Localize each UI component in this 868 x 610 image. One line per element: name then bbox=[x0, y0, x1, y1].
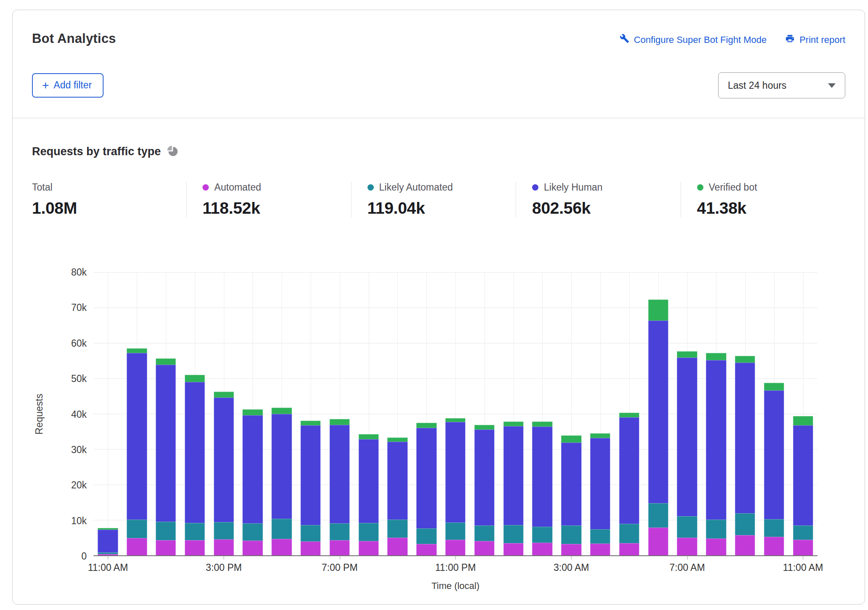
automated-segment bbox=[98, 554, 118, 555]
x-tick-label: 7:00 AM bbox=[669, 562, 705, 573]
verified-bot-segment bbox=[127, 348, 146, 353]
likely-human-segment bbox=[214, 398, 234, 522]
stacked-bar bbox=[127, 348, 146, 555]
stat-value: 41.38k bbox=[697, 199, 833, 217]
x-tick-label: 11:00 PM bbox=[435, 562, 476, 573]
x-axis-title: Time (local) bbox=[93, 581, 817, 591]
bar-slot bbox=[673, 272, 702, 555]
stacked-bar bbox=[648, 300, 668, 555]
bar-slot bbox=[412, 272, 441, 555]
x-axis-labels: 11:00 AM3:00 PM7:00 PM11:00 PM3:00 AM7:0… bbox=[93, 562, 817, 577]
bar-slot bbox=[586, 272, 615, 555]
automated-segment bbox=[648, 528, 668, 555]
automated-segment bbox=[214, 539, 234, 555]
stacked-bar bbox=[706, 353, 726, 555]
stacked-bar bbox=[416, 423, 436, 555]
likely-automated-segment bbox=[677, 516, 697, 538]
bar-slot bbox=[267, 272, 296, 555]
likely-automated-segment bbox=[445, 522, 465, 539]
likely-human-segment bbox=[98, 530, 118, 552]
likely-automated-segment bbox=[330, 523, 349, 540]
likely-automated-segment bbox=[474, 525, 494, 541]
likely-automated-segment bbox=[301, 525, 320, 542]
bar-slot bbox=[731, 272, 760, 555]
stacked-bar bbox=[243, 409, 263, 555]
stacked-bar bbox=[214, 392, 234, 555]
stat-label: Automated bbox=[214, 182, 261, 193]
stacked-bar bbox=[272, 408, 291, 555]
bar-slot bbox=[122, 272, 152, 555]
likely-human-segment bbox=[648, 321, 668, 503]
time-range-value: Last 24 hours bbox=[728, 80, 786, 91]
x-tick-label: 3:00 PM bbox=[206, 562, 242, 573]
card-header: Bot Analytics Configure Super Bot Fight … bbox=[13, 10, 865, 118]
stacked-bar bbox=[359, 434, 378, 555]
time-range-select[interactable]: Last 24 hours bbox=[718, 72, 845, 98]
automated-segment bbox=[272, 539, 291, 555]
stacked-bar bbox=[793, 416, 813, 555]
bar-slot bbox=[209, 272, 238, 555]
bar-slot bbox=[528, 272, 557, 555]
likely-automated-segment bbox=[388, 520, 407, 537]
likely-human-segment bbox=[533, 427, 552, 527]
likely-automated-segment bbox=[561, 525, 581, 544]
verified-bot-segment bbox=[590, 433, 610, 438]
likely-automated-segment bbox=[243, 523, 263, 540]
likely-human-segment bbox=[619, 417, 639, 524]
bar-slot bbox=[788, 272, 817, 555]
stacked-bar bbox=[561, 435, 581, 555]
stat-total: Total 1.08M bbox=[32, 182, 186, 217]
chevron-down-icon bbox=[828, 83, 836, 88]
add-filter-button[interactable]: + Add filter bbox=[32, 73, 104, 98]
likely-human-segment bbox=[330, 425, 349, 524]
verified-bot-segment bbox=[619, 413, 639, 417]
bot-analytics-card: Bot Analytics Configure Super Bot Fight … bbox=[12, 10, 865, 605]
section-title: Requests by traffic type bbox=[32, 145, 161, 158]
likely-automated-segment bbox=[735, 513, 755, 535]
verified-bot-segment bbox=[185, 375, 205, 382]
bar-slot bbox=[615, 272, 644, 555]
y-tick-label: 20k bbox=[71, 480, 87, 491]
stacked-bar bbox=[445, 418, 465, 555]
bar-slot bbox=[441, 272, 470, 555]
verified-bot-segment bbox=[764, 383, 784, 390]
likely-human-segment bbox=[590, 438, 610, 529]
stacked-bar bbox=[156, 358, 176, 555]
automated-segment bbox=[735, 535, 755, 555]
stacked-bar bbox=[764, 383, 784, 555]
automated-segment bbox=[416, 544, 436, 555]
stat-label: Total bbox=[32, 182, 53, 193]
stacked-bar bbox=[590, 433, 610, 555]
likely-human-segment bbox=[764, 390, 784, 519]
stat-likely-human: Likely Human 802.56k bbox=[516, 182, 680, 217]
verified-bot-segment bbox=[706, 353, 726, 360]
automated-segment bbox=[301, 541, 320, 555]
likely-automated-segment bbox=[706, 520, 726, 538]
verified-bot-segment bbox=[677, 351, 697, 358]
print-report-link[interactable]: Print report bbox=[785, 34, 845, 46]
x-tick-label: 3:00 AM bbox=[554, 562, 589, 573]
automated-segment bbox=[127, 538, 146, 555]
likely-automated-segment bbox=[127, 520, 146, 538]
likely-human-segment bbox=[359, 439, 378, 523]
configure-super-bot-fight-mode-link[interactable]: Configure Super Bot Fight Mode bbox=[620, 34, 767, 46]
likely-automated-segment bbox=[503, 525, 523, 544]
configure-link-label: Configure Super Bot Fight Mode bbox=[634, 34, 767, 45]
stats-row: Total 1.08M Automated 118.52k Likely Aut… bbox=[32, 182, 845, 217]
verified-bot-segment bbox=[359, 434, 378, 439]
wrench-icon bbox=[620, 34, 629, 46]
likely-automated-segment bbox=[648, 503, 668, 528]
bar-slot bbox=[470, 272, 499, 555]
likely-automated-segment bbox=[533, 527, 552, 543]
likely-automated-dot-icon bbox=[367, 184, 374, 191]
automated-dot-icon bbox=[202, 184, 209, 191]
likely-automated-segment bbox=[156, 522, 176, 540]
stacked-bar bbox=[388, 438, 407, 555]
x-tick-label: 11:00 AM bbox=[88, 562, 128, 573]
verified-bot-segment bbox=[445, 418, 465, 422]
stacked-bar bbox=[301, 420, 320, 555]
bar-slot bbox=[759, 272, 788, 555]
y-tick-label: 40k bbox=[71, 408, 87, 420]
header-links: Configure Super Bot Fight Mode Print rep… bbox=[620, 31, 845, 46]
bar-slot bbox=[238, 272, 267, 555]
